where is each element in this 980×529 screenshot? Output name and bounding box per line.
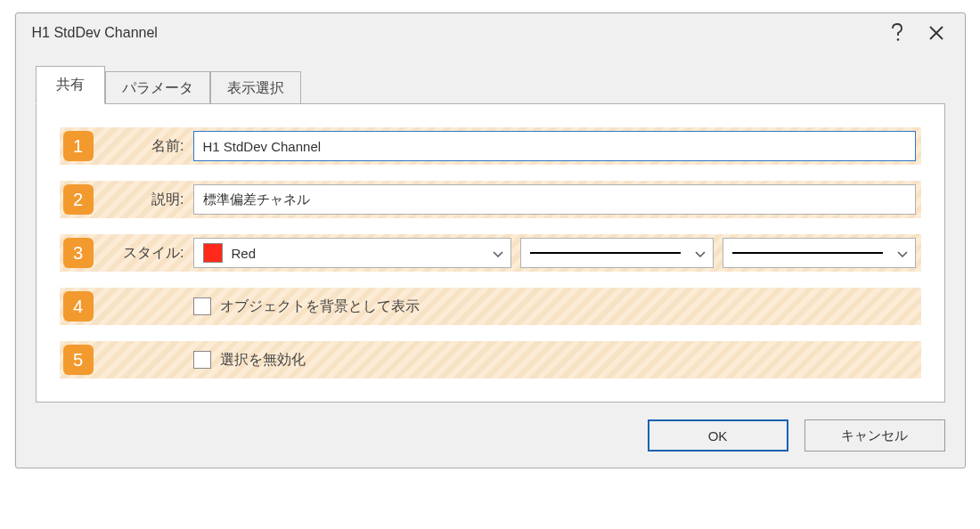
row-marker-5: 5 (63, 345, 94, 375)
row-name: 1 名前: (60, 127, 921, 165)
row-background-display: 4 オブジェクトを背景として表示 (60, 288, 921, 325)
dialog-window: H1 StdDev Channel 共有 パラメータ 表示選択 1 名前: (15, 12, 966, 468)
help-button[interactable] (878, 13, 917, 53)
cancel-button[interactable]: キャンセル (804, 419, 945, 452)
row-marker-3: 3 (63, 238, 94, 268)
label-style: スタイル: (104, 244, 193, 263)
close-icon (928, 25, 944, 41)
label-description: 説明: (104, 191, 193, 209)
tab-share[interactable]: 共有 (36, 66, 105, 104)
background-checkbox[interactable]: オブジェクトを背景として表示 (193, 297, 420, 316)
titlebar: H1 StdDev Channel (16, 13, 965, 53)
line-style-select[interactable] (520, 238, 714, 268)
color-select[interactable]: Red (193, 238, 511, 268)
color-swatch (203, 243, 223, 263)
button-bar: OK キャンセル (16, 403, 965, 468)
line-style-preview (530, 252, 681, 254)
row-marker-4: 4 (63, 291, 94, 321)
name-input[interactable] (193, 131, 916, 161)
line-width-preview (732, 252, 883, 254)
disable-selection-checkbox-label: 選択を無効化 (220, 351, 306, 370)
line-width-select[interactable] (723, 238, 916, 268)
dialog-title: H1 StdDev Channel (32, 25, 878, 41)
tab-panel-share: 1 名前: 2 説明: 3 スタイル: Red (36, 103, 945, 403)
tabstrip: 共有 パラメータ 表示選択 (16, 53, 965, 104)
tab-parameters[interactable]: パラメータ (105, 71, 210, 105)
help-icon (889, 23, 905, 43)
row-style: 3 スタイル: Red (60, 234, 921, 272)
chevron-down-icon (486, 246, 503, 261)
checkbox-icon (193, 351, 211, 369)
checkbox-icon (193, 297, 211, 315)
disable-selection-checkbox[interactable]: 選択を無効化 (193, 351, 306, 370)
background-checkbox-label: オブジェクトを背景として表示 (220, 297, 420, 316)
description-input[interactable] (193, 184, 916, 215)
color-name: Red (232, 246, 257, 261)
svg-point-0 (896, 38, 899, 41)
chevron-down-icon (688, 246, 706, 261)
ok-button[interactable]: OK (648, 419, 788, 452)
row-marker-2: 2 (63, 184, 94, 215)
row-description: 2 説明: (60, 181, 921, 218)
label-name: 名前: (104, 137, 193, 156)
row-marker-1: 1 (63, 131, 94, 161)
row-disable-selection: 5 選択を無効化 (60, 341, 921, 378)
chevron-down-icon (890, 246, 908, 261)
tab-display[interactable]: 表示選択 (210, 71, 301, 105)
close-button[interactable] (917, 13, 956, 53)
